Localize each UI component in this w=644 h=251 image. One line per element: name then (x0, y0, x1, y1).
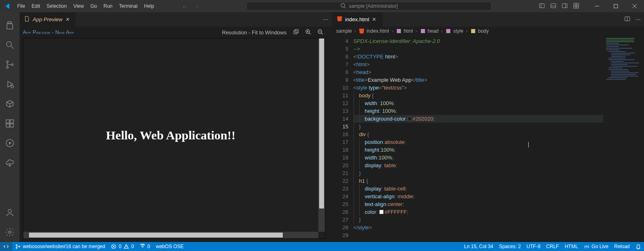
svg-point-53 (142, 246, 143, 247)
tab-close-icon[interactable]: ✕ (65, 16, 72, 22)
breadcrumb-item[interactable]: html (396, 28, 413, 34)
status-cursor-position[interactable]: Ln 15, Col 34 (461, 242, 496, 251)
preview-zoom-in-icon[interactable] (305, 29, 311, 36)
svg-rect-44 (446, 29, 450, 33)
activity-box-icon[interactable] (0, 94, 20, 114)
svg-rect-2 (539, 4, 544, 8)
preview-zoom-out-icon[interactable] (317, 29, 324, 36)
status-ports[interactable]: 0 (137, 242, 153, 251)
svg-rect-8 (574, 3, 576, 5)
activity-search-icon[interactable] (0, 35, 20, 55)
preview-title: App Preview - New App (23, 29, 74, 35)
nav-history: ← → (182, 3, 199, 9)
toggle-panel-bottom-icon[interactable] (550, 2, 557, 10)
editor-group-right: index.html ✕ ⋯ sample›index.html›html›he… (332, 12, 644, 242)
toggle-panel-right-icon[interactable] (561, 2, 568, 10)
status-go-live[interactable]: Go Live (581, 242, 611, 251)
svg-rect-10 (574, 6, 576, 8)
minimap[interactable] (603, 36, 644, 242)
svg-marker-21 (8, 81, 13, 87)
activity-run-debug-icon[interactable] (0, 74, 20, 94)
menu-view[interactable]: View (70, 0, 87, 12)
tab-bar-right: index.html ✕ ⋯ (332, 12, 644, 27)
status-sdk[interactable]: webOS OSE (153, 242, 187, 251)
status-encoding[interactable]: UTF-8 (524, 242, 543, 251)
preview-dup-window-icon[interactable] (293, 29, 299, 36)
breadcrumbs[interactable]: sample›index.html›html›head›style›body (332, 27, 644, 36)
menu-help[interactable]: Help (141, 0, 158, 12)
vscode-logo-icon (0, 3, 14, 9)
breadcrumb-item[interactable]: body (470, 28, 489, 34)
svg-line-1 (344, 7, 346, 8)
menu-go[interactable]: Go (87, 0, 100, 12)
svg-point-19 (7, 67, 8, 68)
menu-selection[interactable]: Selection (43, 0, 70, 12)
command-center[interactable]: sample [Administrator] (246, 2, 492, 11)
activity-play-icon[interactable] (0, 133, 20, 153)
breadcrumb-item[interactable]: index.html (358, 28, 389, 34)
svg-rect-32 (295, 29, 298, 33)
menu-terminal[interactable]: Terminal (116, 0, 141, 12)
activity-scm-icon[interactable] (0, 55, 20, 74)
window-maximize-icon[interactable] (606, 0, 625, 12)
breadcrumb-item[interactable]: style (445, 28, 463, 34)
status-reload[interactable]: Reload (611, 242, 633, 251)
activity-explorer-icon[interactable] (0, 16, 20, 35)
svg-rect-26 (10, 120, 13, 123)
split-editor-icon[interactable] (624, 16, 631, 23)
menu-run[interactable]: Run (100, 0, 116, 12)
nav-back-icon[interactable]: ← (182, 3, 187, 9)
status-remote-icon[interactable] (0, 242, 12, 251)
editor-group-left: App Preview ✕ ⋯ App Preview - New App Re… (20, 12, 332, 242)
editor-more-icon[interactable]: ⋯ (323, 16, 329, 22)
breadcrumb-item[interactable]: sample (336, 28, 352, 34)
activity-bar (0, 12, 20, 242)
status-language[interactable]: HTML (562, 242, 581, 251)
svg-point-54 (586, 246, 588, 247)
activity-accounts-icon[interactable] (0, 203, 20, 222)
toggle-panel-left-icon[interactable] (539, 2, 545, 10)
preview-file-icon (24, 16, 30, 23)
preview-scrollbar-vertical[interactable] (318, 38, 325, 232)
activity-cloud-icon[interactable] (0, 153, 20, 173)
status-bar: webosose/website#16 can be merged 0 0 0 … (0, 242, 644, 251)
svg-point-29 (8, 209, 11, 213)
title-bar: FileEditSelectionViewGoRunTerminalHelp ←… (0, 0, 644, 12)
command-center-text: sample [Administrator] (349, 3, 398, 9)
breadcrumb-item[interactable]: head (420, 28, 439, 34)
preview-scrollbar-horizontal[interactable] (23, 232, 318, 238)
html-file-icon (336, 16, 343, 23)
tab-app-preview[interactable]: App Preview ✕ (20, 12, 76, 27)
svg-point-16 (7, 42, 11, 47)
window-close-icon[interactable] (625, 0, 644, 12)
status-problems[interactable]: 0 0 (108, 242, 136, 251)
tab-close-icon[interactable]: ✕ (372, 16, 378, 22)
editor-more-icon[interactable]: ⋯ (635, 16, 641, 22)
svg-point-0 (341, 3, 344, 7)
status-eol[interactable]: CRLF (543, 242, 562, 251)
menu-edit[interactable]: Edit (28, 0, 43, 12)
svg-line-17 (11, 46, 13, 49)
svg-rect-13 (614, 4, 618, 8)
status-branch[interactable]: webosose/website#16 can be merged (12, 242, 108, 251)
text-editor[interactable]: 4567891011121314151617181920212223242526… (332, 36, 644, 242)
menu-file[interactable]: File (14, 0, 28, 12)
svg-point-30 (9, 231, 11, 233)
search-icon (340, 2, 347, 10)
svg-marker-28 (9, 141, 11, 145)
preview-viewport[interactable]: Hello, Web Application!! (23, 38, 325, 239)
activity-extensions-icon[interactable] (0, 114, 20, 133)
svg-line-34 (309, 33, 311, 34)
svg-rect-43 (421, 29, 425, 33)
customize-layout-icon[interactable] (573, 2, 579, 10)
status-indentation[interactable]: Spaces: 2 (496, 242, 523, 251)
preview-resolution-label[interactable]: Resolution - Fit to Windows (222, 29, 286, 36)
status-notifications-icon[interactable] (633, 242, 644, 251)
tab-index-html[interactable]: index.html ✕ (332, 12, 383, 27)
svg-line-38 (321, 33, 323, 34)
svg-point-20 (11, 64, 13, 65)
nav-forward-icon[interactable]: → (194, 3, 199, 9)
svg-rect-25 (10, 124, 13, 127)
activity-settings-icon[interactable] (0, 222, 20, 242)
window-minimize-icon[interactable] (588, 0, 606, 12)
